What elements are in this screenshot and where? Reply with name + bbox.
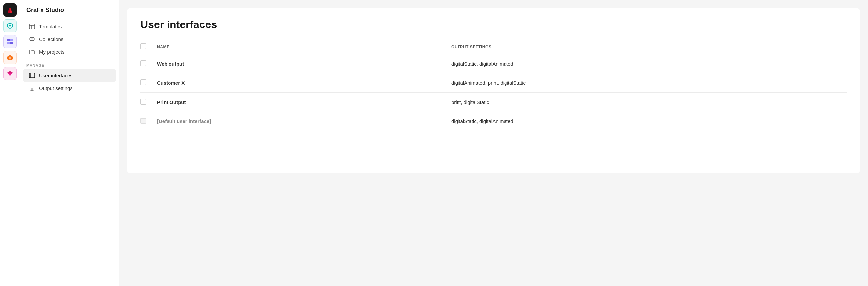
sidebar-item-outputsettings-label: Output settings bbox=[39, 86, 72, 91]
sidebar: GraFx Studio Templates Collections bbox=[20, 0, 119, 286]
row-checkbox-1 bbox=[141, 73, 157, 93]
row-name-3: [Default user interface] bbox=[157, 112, 451, 131]
svg-rect-13 bbox=[29, 73, 35, 78]
svg-rect-3 bbox=[7, 42, 9, 44]
frontify-icon[interactable] bbox=[3, 51, 17, 64]
table-row: [Default user interface]digitalStatic, d… bbox=[141, 112, 847, 131]
row-checkbox-3 bbox=[141, 112, 157, 131]
sidebar-item-userinterfaces-label: User interfaces bbox=[39, 73, 72, 78]
col-checkbox-header bbox=[141, 40, 157, 54]
sidebar-item-outputsettings[interactable]: Output settings bbox=[23, 82, 116, 94]
checkbox-3[interactable] bbox=[141, 118, 146, 124]
row-output-0: digitalStatic, digitalAnimated bbox=[451, 54, 847, 73]
row-output-1: digitalAnimated, print, digitalStatic bbox=[451, 73, 847, 93]
checkbox-1[interactable] bbox=[141, 80, 146, 86]
grafx-logo-icon[interactable] bbox=[3, 3, 17, 17]
svg-rect-12 bbox=[30, 41, 32, 41]
table-row: Print Outputprint, digitalStatic bbox=[141, 93, 847, 112]
checkbox-0[interactable] bbox=[141, 60, 146, 66]
projects-icon bbox=[29, 49, 35, 55]
table-row: Customer XdigitalAnimated, print, digita… bbox=[141, 73, 847, 93]
page-title: User interfaces bbox=[141, 19, 847, 31]
row-checkbox-0 bbox=[141, 54, 157, 73]
app-title: GraFx Studio bbox=[20, 7, 119, 20]
sidebar-item-collections[interactable]: Collections bbox=[23, 33, 116, 45]
sidebar-item-templates[interactable]: Templates bbox=[23, 20, 116, 33]
row-checkbox-2 bbox=[141, 93, 157, 112]
content-card: User interfaces NAME OUTPUT SETTINGS Web… bbox=[127, 8, 860, 173]
svg-rect-7 bbox=[29, 24, 35, 29]
select-all-checkbox[interactable] bbox=[141, 43, 146, 49]
row-output-2: print, digitalStatic bbox=[451, 93, 847, 112]
svg-rect-1 bbox=[7, 39, 9, 41]
sidebar-item-templates-label: Templates bbox=[39, 24, 62, 29]
sidebar-item-collections-label: Collections bbox=[39, 36, 63, 42]
row-output-3: digitalStatic, digitalAnimated bbox=[451, 112, 847, 131]
col-name-header: NAME bbox=[157, 40, 451, 54]
user-interfaces-icon bbox=[29, 72, 35, 78]
sidebar-item-myprojects[interactable]: My projects bbox=[23, 45, 116, 58]
templates-icon bbox=[29, 24, 35, 29]
manage-section-label: MANAGE bbox=[20, 58, 119, 69]
row-name-0: Web output bbox=[157, 54, 451, 73]
svg-rect-4 bbox=[10, 42, 12, 44]
output-settings-icon bbox=[29, 85, 35, 91]
table-row: Web outputdigitalStatic, digitalAnimated bbox=[141, 54, 847, 73]
row-name-1: Customer X bbox=[157, 73, 451, 93]
table-header-row: NAME OUTPUT SETTINGS bbox=[141, 40, 847, 54]
col-output-header: OUTPUT SETTINGS bbox=[451, 40, 847, 54]
collections-icon bbox=[29, 36, 35, 42]
sidebar-item-myprojects-label: My projects bbox=[39, 49, 65, 55]
sidebar-item-userinterfaces[interactable]: User interfaces bbox=[23, 69, 116, 82]
icon-bar bbox=[0, 0, 20, 286]
row-name-2: Print Output bbox=[157, 93, 451, 112]
main-content: User interfaces NAME OUTPUT SETTINGS Web… bbox=[119, 0, 868, 286]
studio-icon[interactable] bbox=[3, 19, 17, 32]
gem-icon[interactable] bbox=[3, 67, 17, 80]
svg-rect-2 bbox=[10, 39, 12, 41]
creative-icon[interactable] bbox=[3, 35, 17, 48]
checkbox-2[interactable] bbox=[141, 99, 146, 105]
user-interfaces-table: NAME OUTPUT SETTINGS Web outputdigitalSt… bbox=[141, 40, 847, 131]
